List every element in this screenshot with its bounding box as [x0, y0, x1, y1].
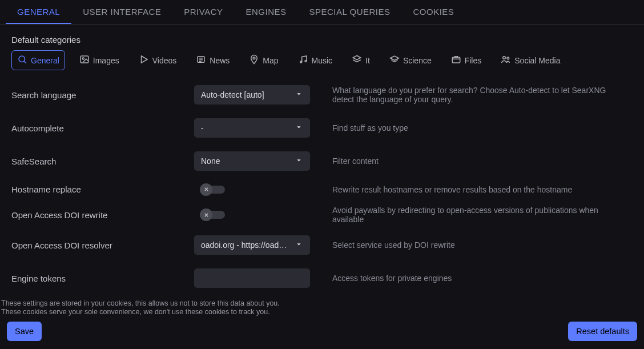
label-doi-rewrite: Open Access DOI rewrite	[11, 210, 183, 220]
toggle-doi-rewrite[interactable]	[201, 211, 225, 219]
svg-point-6	[305, 61, 307, 62]
category-label: Map	[263, 56, 278, 65]
label-safesearch: SafeSearch	[11, 157, 183, 166]
image-icon	[79, 54, 90, 66]
category-music[interactable]: Music	[293, 51, 338, 70]
svg-point-5	[300, 61, 301, 63]
category-list: GeneralImagesVideosNewsMapMusicItScience…	[11, 50, 633, 70]
close-icon	[200, 208, 212, 221]
tab-privacy[interactable]: PRIVACY	[172, 0, 234, 24]
tab-general[interactable]: GENERAL	[6, 0, 71, 24]
category-label: Music	[312, 56, 333, 65]
tab-special-queries[interactable]: SPECIAL QUERIES	[298, 0, 402, 24]
chevron-down-icon	[295, 123, 303, 133]
category-label: News	[210, 56, 230, 65]
category-label: Science	[403, 56, 432, 65]
select-doi-resolver[interactable]: oadoi.org - https://oadoi…	[194, 235, 310, 255]
music-icon	[298, 54, 308, 66]
save-button[interactable]: Save	[7, 322, 42, 341]
help-search-language: What language do you prefer for search? …	[332, 86, 629, 104]
category-science[interactable]: Science	[384, 51, 437, 70]
svg-point-2	[82, 58, 84, 59]
toggle-hostname-replace[interactable]	[201, 186, 225, 194]
category-label: Social Media	[514, 56, 560, 65]
section-default-categories: Default categories	[11, 35, 633, 45]
chevron-down-icon	[295, 240, 303, 250]
people-icon	[501, 54, 511, 66]
close-icon	[200, 183, 212, 196]
box-icon	[451, 54, 461, 66]
input-engine-tokens[interactable]	[194, 268, 310, 288]
select-safesearch[interactable]: None	[194, 151, 310, 171]
category-label: Images	[93, 56, 119, 65]
svg-point-0	[19, 56, 25, 62]
category-news[interactable]: News	[191, 51, 235, 70]
category-label: It	[365, 56, 370, 65]
news-icon	[196, 54, 206, 66]
play-icon	[139, 54, 149, 66]
label-hostname-replace: Hostname replace	[11, 184, 183, 194]
category-social-media[interactable]: Social Media	[496, 51, 565, 70]
layers-icon	[352, 54, 362, 66]
pin-icon	[249, 54, 259, 66]
svg-point-8	[503, 57, 506, 59]
chevron-down-icon	[295, 90, 303, 100]
cap-icon	[389, 54, 400, 66]
help-safesearch: Filter content	[332, 157, 629, 166]
category-label: General	[31, 56, 59, 65]
category-files[interactable]: Files	[446, 51, 487, 70]
label-autocomplete: Autocomplete	[11, 123, 183, 133]
help-doi-rewrite: Avoid paywalls by redirecting to open-ac…	[332, 206, 629, 224]
label-doi-resolver: Open Access DOI resolver	[11, 240, 183, 250]
category-label: Files	[465, 56, 482, 65]
select-autocomplete[interactable]: -	[194, 118, 310, 138]
help-hostname-replace: Rewrite result hostnames or remove resul…	[332, 185, 629, 194]
category-general[interactable]: General	[11, 50, 65, 70]
category-label: Videos	[152, 56, 177, 65]
label-search-language: Search language	[11, 90, 183, 100]
svg-point-4	[253, 57, 255, 59]
svg-point-9	[507, 57, 509, 59]
category-videos[interactable]: Videos	[134, 51, 182, 70]
category-it[interactable]: It	[347, 51, 375, 70]
category-map[interactable]: Map	[244, 51, 283, 70]
select-search-language[interactable]: Auto-detect [auto]	[194, 85, 310, 105]
help-doi-resolver: Select service used by DOI rewrite	[332, 240, 629, 250]
search-icon	[17, 54, 27, 66]
reset-defaults-button[interactable]: Reset defaults	[568, 322, 637, 341]
help-autocomplete: Find stuff as you type	[332, 123, 629, 133]
cookie-note-line1: These settings are stored in your cookie…	[1, 299, 644, 308]
chevron-down-icon	[295, 156, 303, 166]
tab-cookies[interactable]: COOKIES	[402, 0, 466, 24]
svg-rect-7	[452, 57, 460, 63]
category-images[interactable]: Images	[74, 51, 124, 70]
tab-engines[interactable]: ENGINES	[234, 0, 297, 24]
help-engine-tokens: Access tokens for private engines	[332, 274, 629, 283]
tabs-bar: GENERAL USER INTERFACE PRIVACY ENGINES S…	[0, 0, 644, 25]
cookie-note-line2: These cookies serve your sole convenienc…	[1, 308, 644, 317]
label-engine-tokens: Engine tokens	[11, 274, 183, 283]
tab-user-interface[interactable]: USER INTERFACE	[71, 0, 172, 24]
